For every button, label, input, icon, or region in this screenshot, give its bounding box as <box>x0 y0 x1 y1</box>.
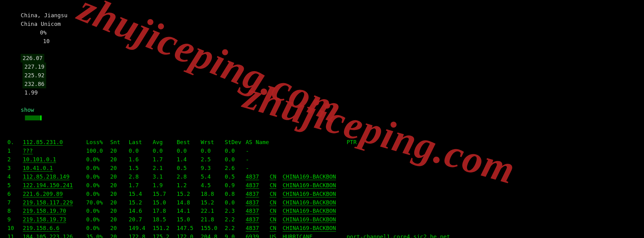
cell-hop: 6 <box>7 190 23 198</box>
cell-last: 1.7 <box>129 181 153 190</box>
cell-stdev: 9.0 <box>225 232 246 238</box>
cell-hop: 7 <box>7 198 23 207</box>
cell-asname: CHINA169-BACKBON <box>283 190 347 198</box>
cell-asname: - <box>246 155 347 164</box>
summary-stddev: 1.99 <box>24 88 38 97</box>
cell-asname: - <box>246 164 347 172</box>
col-snt: Snt <box>110 138 129 147</box>
cell-wrst: 9.3 <box>201 164 225 172</box>
cell-wrst: 204.8 <box>201 232 225 238</box>
cell-loss: 70.0% <box>86 198 110 207</box>
cell-ptr <box>347 155 456 164</box>
cell-snt: 20 <box>110 164 129 172</box>
table-row: 10219.158.6.60.0%20149.4151.2147.5155.02… <box>7 224 456 232</box>
col-last: Last <box>129 138 153 147</box>
cell-stdev: 0.0 <box>225 198 246 207</box>
cell-best: 0.0 <box>177 147 201 155</box>
cell-asname: CHINA169-BACKBON <box>283 224 347 232</box>
summary-isp: China Unicom <box>21 20 90 28</box>
cell-ptr <box>347 224 456 232</box>
cell-snt: 20 <box>110 224 129 232</box>
cell-ip: 219.158.6.6 <box>23 224 86 232</box>
cell-best: 1.2 <box>177 181 201 190</box>
cell-hop: 9 <box>7 215 23 224</box>
cell-ip: 112.85.218.149 <box>23 172 86 181</box>
cell-stdev: 0.8 <box>225 190 246 198</box>
cell-avg: 15.0 <box>153 198 177 207</box>
cell-last: 0.0 <box>129 147 153 155</box>
cell-loss: 0.0% <box>86 172 110 181</box>
cell-hop: 4 <box>7 172 23 181</box>
cell-cc: CN <box>270 181 283 190</box>
cell-hop: 10 <box>7 224 23 232</box>
col-asname: AS Name <box>246 138 347 147</box>
cell-asname: CHINA169-BACKBON <box>283 181 347 190</box>
cell-cc: CN <box>270 224 283 232</box>
col-hop: 0. <box>7 138 23 147</box>
cell-avg: 17.8 <box>153 207 177 215</box>
mtr-table: 0. 112.85.231.0 Loss% Snt Last Avg Best … <box>7 138 456 238</box>
cell-wrst: 22.1 <box>201 207 225 215</box>
cell-hop: 5 <box>7 181 23 190</box>
cell-wrst: 0.0 <box>201 147 225 155</box>
col-stdev: StDev <box>225 138 246 147</box>
cell-best: 14.8 <box>177 198 201 207</box>
cell-asn: 4837 <box>246 198 270 207</box>
cell-avg: 1.7 <box>153 155 177 164</box>
table-row: 5122.194.150.2410.0%201.71.91.24.50.9483… <box>7 181 456 190</box>
cell-wrst: 5.4 <box>201 172 225 181</box>
table-row: 8219.158.19.700.0%2014.617.814.122.12.34… <box>7 207 456 215</box>
cell-last: 15.4 <box>129 190 153 198</box>
cell-snt: 20 <box>110 172 129 181</box>
cell-loss: 0.0% <box>86 181 110 190</box>
cell-stdev: 0.5 <box>225 172 246 181</box>
cell-loss: 0.0% <box>86 207 110 215</box>
cell-best: 172.0 <box>177 232 201 238</box>
cell-avg: 18.5 <box>153 215 177 224</box>
cell-ptr <box>347 215 456 224</box>
cell-cc: CN <box>270 198 283 207</box>
table-header-row: 0. 112.85.231.0 Loss% Snt Last Avg Best … <box>7 138 456 147</box>
cell-ptr <box>347 172 456 181</box>
show-link[interactable]: show <box>21 106 34 114</box>
cell-asname: CHINA169-BACKBON <box>283 172 347 181</box>
cell-avg: 175.2 <box>153 232 177 238</box>
cell-ip: ??? <box>23 147 86 155</box>
summary-pct: 0% <box>21 28 46 37</box>
cell-loss: 0.0% <box>86 215 110 224</box>
summary-v1: 226.07 <box>21 54 44 63</box>
cell-loss: 100.0 <box>86 147 110 155</box>
cell-best: 15.0 <box>177 215 201 224</box>
cell-stdev: 0.0 <box>225 147 246 155</box>
cell-wrst: 4.5 <box>201 181 225 190</box>
cell-ptr <box>347 190 456 198</box>
cell-last: 1.6 <box>129 155 153 164</box>
summary-v4: 232.86 <box>22 80 46 88</box>
table-row: 1???100.0200.00.00.00.00.0- <box>7 147 456 155</box>
cell-hop: 1 <box>7 147 23 155</box>
summary-row: China, Jiangsu China Unicom 0% 10 226.07… <box>7 2 637 131</box>
cell-snt: 20 <box>110 190 129 198</box>
cell-last: 149.4 <box>129 224 153 232</box>
cell-avg: 2.1 <box>153 164 177 172</box>
cell-loss: 0.0% <box>86 164 110 172</box>
cell-cc: CN <box>270 190 283 198</box>
cell-avg: 3.1 <box>153 172 177 181</box>
cell-ip: 219.158.117.229 <box>23 198 86 207</box>
cell-ptr <box>347 207 456 215</box>
cell-snt: 20 <box>110 198 129 207</box>
cell-ptr: port-channel1.core4.sjc2.he.net <box>347 232 456 238</box>
cell-ptr <box>347 198 456 207</box>
cell-hop: 11 <box>7 232 23 238</box>
cell-asname: CHINA169-BACKBON <box>283 207 347 215</box>
cell-asn: 4837 <box>246 224 270 232</box>
cell-ptr <box>347 147 456 155</box>
cell-last: 15.2 <box>129 198 153 207</box>
cell-avg: 151.2 <box>153 224 177 232</box>
cell-asname: CHINA169-BACKBON <box>283 198 347 207</box>
cell-loss: 0.0% <box>86 190 110 198</box>
cell-stdev: 2.6 <box>225 164 246 172</box>
cell-asname: - <box>246 147 347 155</box>
latency-bar-icon <box>25 115 42 120</box>
cell-stdev: 0.9 <box>225 181 246 190</box>
